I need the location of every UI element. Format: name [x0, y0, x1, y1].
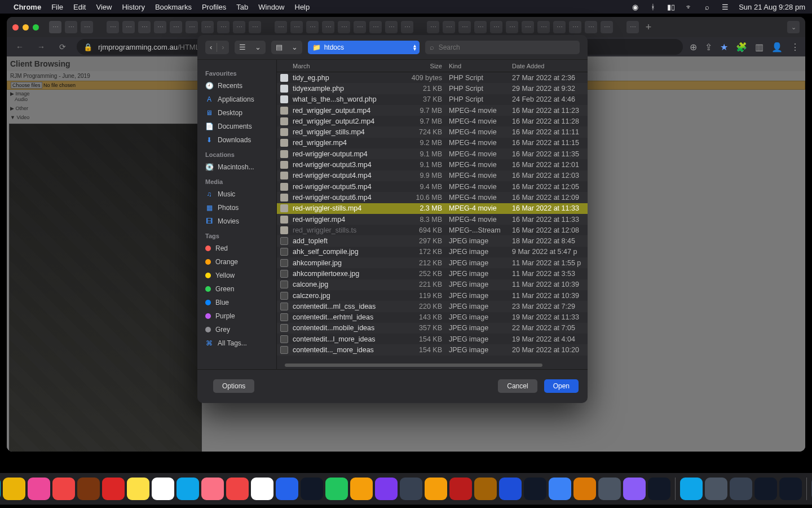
dock-app[interactable] [276, 478, 298, 500]
col-kind[interactable]: Kind [449, 63, 512, 69]
dock-app[interactable] [127, 478, 149, 500]
sidebar-item[interactable]: 🕘Recents [205, 79, 273, 93]
sidebar-item[interactable]: 🎞Movies [205, 214, 273, 228]
file-row[interactable]: calczero.jpg119 KBJPEG image11 Mar 2022 … [277, 290, 588, 301]
tab-icon[interactable]: ⋯ [275, 21, 287, 33]
file-row[interactable]: contentedit...ml_css_ideas220 KBJPEG ima… [277, 301, 588, 312]
file-row[interactable]: tidy_eg.php409 bytesPHP Script27 Mar 202… [277, 72, 588, 83]
dock-app[interactable] [549, 478, 571, 500]
file-row[interactable]: ahk_self_compile.jpg172 KBJPEG image9 Ma… [277, 247, 588, 257]
tab-icon[interactable]: ⋯ [49, 21, 61, 33]
file-row[interactable]: red_wriggler.mp49.2 MBMPEG-4 movie16 Mar… [277, 138, 588, 148]
tab-icon[interactable]: ⋯ [306, 21, 319, 33]
file-row[interactable]: red_wriggler_stills.mp4724 KBMPEG-4 movi… [277, 126, 588, 137]
tab-icon[interactable]: ⋯ [233, 21, 245, 33]
file-row[interactable]: red-wriggler-output.mp49.1 MBMPEG-4 movi… [277, 148, 588, 159]
file-row[interactable]: red-wriggler-output5.mp49.4 MBMPEG-4 mov… [277, 181, 588, 192]
tab-icon[interactable]: ⋯ [338, 21, 350, 33]
new-tab-button[interactable]: + [642, 21, 655, 33]
nav-back-forward[interactable]: ‹› [205, 41, 229, 54]
file-row[interactable]: red-wriggler-output6.mp410.6 MBMPEG-4 mo… [277, 192, 588, 203]
dock-app[interactable] [705, 478, 727, 500]
sidebar-item[interactable]: Grey [205, 323, 273, 336]
dock-app[interactable] [102, 478, 125, 500]
tab-icon[interactable]: ⋯ [626, 21, 639, 33]
tab-icon[interactable]: ⋯ [217, 21, 230, 33]
file-row[interactable]: contentedit..._more_ideas154 KBJPEG imag… [277, 344, 588, 355]
nav-fwd-icon[interactable]: › [217, 41, 228, 54]
view-list-toggle[interactable]: ☰⌄ [235, 41, 266, 54]
record-icon[interactable]: ◉ [630, 3, 639, 11]
dock-app[interactable] [325, 478, 348, 500]
tab-icon[interactable]: ⋯ [81, 21, 93, 33]
dock-app[interactable] [301, 478, 323, 500]
dropdown-icon[interactable]: ⌄ [287, 41, 302, 54]
dock-app[interactable] [730, 478, 752, 500]
sidebar-item[interactable]: Green [205, 282, 273, 296]
file-row[interactable]: calcone.jpg221 KBJPEG image11 Mar 2022 a… [277, 279, 588, 290]
tab-icon[interactable]: ⋯ [201, 21, 214, 33]
dropdown-icon[interactable]: ⌄ [250, 41, 266, 54]
tab-icon[interactable]: ⋯ [354, 21, 366, 33]
dock-app[interactable] [524, 478, 546, 500]
sidebar-item[interactable]: Purple [205, 309, 273, 323]
dock-app[interactable] [201, 478, 224, 500]
dock-app[interactable] [598, 478, 621, 500]
file-row[interactable]: contentedit...l_more_ideas154 KBJPEG ima… [277, 334, 588, 344]
dock-app[interactable] [350, 478, 373, 500]
menu-history[interactable]: History [122, 3, 144, 11]
horizontal-scrollbar[interactable] [285, 364, 542, 367]
dock-app[interactable] [176, 478, 199, 500]
tab-icon[interactable]: ⋯ [569, 21, 581, 33]
sidebar-item[interactable]: Red [205, 242, 273, 255]
col-date[interactable]: Date Added [512, 63, 588, 69]
panel-icon[interactable]: ▥ [755, 42, 764, 52]
dock-app[interactable] [77, 478, 100, 500]
dock-app[interactable] [474, 478, 497, 500]
tab-overflow-icon[interactable]: ⌄ [787, 21, 800, 33]
profile-avatar[interactable]: 👤 [771, 42, 783, 52]
tab-icon[interactable]: ⋯ [138, 21, 151, 33]
file-row[interactable]: ahkcompiler.jpg212 KBJPEG image11 Mar 20… [277, 257, 588, 268]
dock-app[interactable] [3, 478, 25, 500]
window-zoom[interactable] [33, 24, 39, 30]
tab-icon[interactable]: ⋯ [601, 21, 613, 33]
file-row[interactable]: add_topleft297 KBJPEG image18 Mar 2022 a… [277, 235, 588, 246]
dock-app[interactable] [0, 478, 1, 500]
file-row[interactable]: red_wriggler_output2.mp49.7 MBMPEG-4 mov… [277, 116, 588, 126]
path-popup[interactable]: 📁 htdocs ▴▾ [308, 41, 420, 54]
dock-app[interactable] [623, 478, 646, 500]
sidebar-item[interactable]: 📄Documents [205, 120, 273, 133]
dock-app[interactable] [52, 478, 75, 500]
file-row[interactable]: contentedit...mobile_ideas357 KBJPEG ima… [277, 323, 588, 334]
wifi-icon[interactable]: ᯤ [685, 3, 694, 11]
window-minimize[interactable] [23, 24, 29, 30]
tab-icon[interactable]: ⋯ [122, 21, 135, 33]
sidebar-item[interactable]: Yellow [205, 269, 273, 282]
file-row[interactable]: red-wriggler.mp48.3 MBMPEG-4 movie16 Mar… [277, 214, 588, 225]
cancel-button[interactable]: Cancel [498, 379, 537, 393]
file-row[interactable]: red-wriggler-output4.mp49.9 MBMPEG-4 mov… [277, 170, 588, 181]
tab-icon[interactable]: ⋯ [474, 21, 487, 33]
bluetooth-icon[interactable]: ᚼ [648, 3, 657, 11]
dock-app[interactable] [680, 478, 703, 500]
bookmark-star-icon[interactable]: ★ [720, 42, 728, 52]
tab-icon[interactable]: ⋯ [427, 21, 439, 33]
file-row[interactable]: red-wriggler-stills.mp42.3 MBMPEG-4 movi… [277, 203, 588, 214]
clock[interactable]: Sun 21 Aug 9:28 pm [739, 3, 805, 11]
sidebar-item[interactable]: ⬇︎Downloads [205, 133, 273, 147]
window-close[interactable] [12, 24, 19, 30]
dock-app[interactable] [754, 478, 777, 500]
file-row[interactable]: red-wriggler-output3.mp49.1 MBMPEG-4 mov… [277, 159, 588, 170]
dock-app[interactable] [152, 478, 174, 500]
menu-bookmarks[interactable]: Bookmarks [155, 3, 192, 11]
menu-file[interactable]: File [51, 3, 63, 11]
tab-icon[interactable]: ⋯ [458, 21, 471, 33]
grid-icon[interactable]: ▤ [271, 41, 287, 54]
tab-icon[interactable]: ⋯ [401, 21, 413, 33]
column-headers[interactable]: March Size Kind Date Added [277, 60, 588, 72]
file-row[interactable]: ahkcompilertoexe.jpg252 KBJPEG image11 M… [277, 268, 588, 279]
tab-icon[interactable]: ⋯ [322, 21, 334, 33]
col-size[interactable]: Size [404, 63, 449, 69]
dock-app[interactable] [648, 478, 670, 500]
